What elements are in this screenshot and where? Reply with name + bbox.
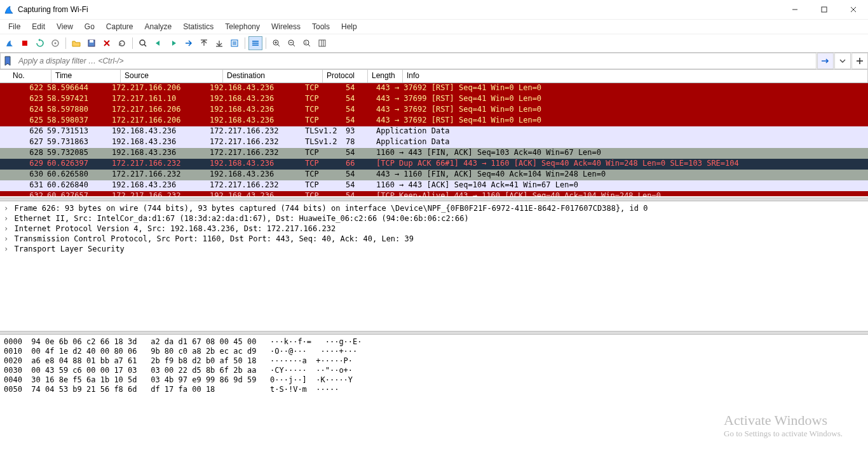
hex-line[interactable]: 0030 00 43 59 c6 00 00 17 03 03 00 22 d5… (4, 366, 864, 375)
cell: 1160 → 443 [FIN, ACK] Seq=103 Ack=40 Win… (376, 148, 868, 159)
minimize-button[interactable] (780, 0, 810, 19)
zoom-reset-icon[interactable]: 1 (300, 36, 314, 50)
toolbar-separator (245, 37, 245, 49)
filter-history-icon[interactable] (834, 53, 851, 69)
svg-rect-1 (822, 7, 827, 12)
hex-line[interactable]: 0010 00 4f 1e d2 40 00 80 06 9b 80 c0 a8… (4, 347, 864, 356)
packet-row[interactable]: 62358.597421172.217.161.10192.168.43.236… (0, 94, 868, 105)
cell: 624 (9, 105, 47, 116)
packet-bytes-pane[interactable]: 0000 94 0e 6b 06 c2 66 18 3d a2 da d1 67… (0, 335, 868, 449)
column-header[interactable]: Info (403, 70, 868, 83)
find-packet-icon[interactable] (136, 36, 150, 50)
go-first-icon[interactable] (197, 36, 211, 50)
cell: 626 (9, 126, 47, 137)
zoom-in-icon[interactable] (269, 36, 283, 50)
cell: 192.168.43.236 (210, 116, 305, 126)
cell: 443 → 37699 [RST] Seq=41 Win=0 Len=0 (376, 94, 868, 105)
menu-telephony[interactable]: Telephony (219, 20, 266, 33)
close-button[interactable] (839, 0, 868, 19)
packet-row[interactable]: 63160.626840192.168.43.236172.217.166.23… (0, 180, 868, 191)
bookmark-filter-icon[interactable] (0, 53, 15, 69)
column-header[interactable]: No. (9, 70, 51, 83)
filter-add-button[interactable] (851, 53, 868, 69)
menu-statistics[interactable]: Statistics (177, 20, 219, 33)
menu-view[interactable]: View (51, 20, 79, 33)
cell: 60.626397 (47, 159, 112, 170)
cell: 93 (346, 126, 376, 137)
details-tree-item[interactable]: Transport Layer Security (4, 245, 864, 255)
menu-wireless[interactable]: Wireless (266, 20, 306, 33)
details-tree-item[interactable]: Internet Protocol Version 4, Src: 192.16… (4, 224, 864, 234)
column-header[interactable]: Time (51, 70, 121, 83)
cell: 59.731863 (47, 137, 112, 148)
go-forward-icon[interactable] (166, 36, 180, 50)
packet-row[interactable]: 63060.626580172.217.166.232192.168.43.23… (0, 170, 868, 180)
stop-capture-icon[interactable] (18, 36, 32, 50)
packet-row[interactable]: 62859.732085192.168.43.236172.217.166.23… (0, 148, 868, 159)
resize-columns-icon[interactable] (315, 36, 329, 50)
close-file-icon[interactable] (100, 36, 114, 50)
menu-tools[interactable]: Tools (306, 20, 336, 33)
details-tree-item[interactable]: Frame 626: 93 bytes on wire (744 bits), … (4, 204, 864, 214)
packet-row[interactable]: 62258.596644172.217.166.206192.168.43.23… (0, 83, 868, 94)
cell: 443 → 1160 [FIN, ACK] Seq=40 Ack=104 Win… (376, 170, 868, 180)
menu-analyze[interactable]: Analyze (139, 20, 178, 33)
hex-line[interactable]: 0050 74 04 53 b9 21 56 f8 6d df 17 fa 00… (4, 385, 864, 394)
menu-edit[interactable]: Edit (26, 20, 51, 33)
menu-file[interactable]: File (3, 20, 26, 33)
hex-line[interactable]: 0020 a6 e8 04 88 01 bb a7 61 2b f9 b8 d2… (4, 356, 864, 366)
colorize-icon[interactable] (248, 36, 262, 50)
column-header[interactable]: Protocol (323, 70, 368, 83)
display-filter-input[interactable] (15, 53, 817, 69)
svg-text:1: 1 (305, 41, 308, 44)
packet-row[interactable]: 62659.731513192.168.43.236172.217.166.23… (0, 126, 868, 137)
details-tree-item[interactable]: Transmission Control Protocol, Src Port:… (4, 234, 864, 245)
packet-row[interactable]: 62558.598037172.217.166.206192.168.43.23… (0, 116, 868, 126)
shark-fin-icon[interactable] (3, 36, 17, 50)
hex-line[interactable]: 0000 94 0e 6b 06 c2 66 18 3d a2 da d1 67… (4, 337, 864, 347)
svg-rect-4 (22, 41, 27, 46)
cell: 60.627657 (47, 191, 112, 196)
open-file-icon[interactable] (69, 36, 83, 50)
cell: 628 (9, 148, 47, 159)
packet-row[interactable]: 62759.731863192.168.43.236172.217.166.23… (0, 137, 868, 148)
save-file-icon[interactable] (85, 36, 98, 50)
packet-list[interactable]: 62258.596644172.217.166.206192.168.43.23… (0, 83, 868, 198)
zoom-out-icon[interactable] (285, 36, 299, 50)
go-to-packet-icon[interactable] (182, 36, 196, 50)
cell: 58.597421 (47, 94, 112, 105)
go-last-icon[interactable] (212, 36, 226, 50)
column-header[interactable]: Destination (223, 70, 323, 83)
hex-line[interactable]: 0040 30 16 8e f5 6a 1b 10 5d 03 4b 97 e9… (4, 375, 864, 385)
cell: 192.168.43.236 (210, 94, 305, 105)
cell: 54 (346, 191, 376, 196)
menu-go[interactable]: Go (79, 20, 100, 33)
packet-row[interactable]: 63260.627657172.217.166.232192.168.43.23… (0, 191, 868, 196)
menu-help[interactable]: Help (336, 20, 363, 33)
packet-list-header[interactable]: No.TimeSourceDestinationProtocolLengthIn… (0, 70, 868, 83)
cell: 443 → 37692 [RST] Seq=41 Win=0 Len=0 (376, 83, 868, 94)
restart-capture-icon[interactable] (33, 36, 47, 50)
cell: 60.626580 (47, 170, 112, 180)
cell: TCP (305, 148, 346, 159)
packet-details-pane[interactable]: Frame 626: 93 bytes on wire (744 bits), … (0, 201, 868, 331)
maximize-button[interactable] (810, 0, 839, 19)
menu-capture[interactable]: Capture (100, 20, 139, 33)
packet-row[interactable]: 62458.597880172.217.166.206192.168.43.23… (0, 105, 868, 116)
cell: 54 (346, 180, 376, 191)
details-tree-item[interactable]: Ethernet II, Src: IntelCor_da:d1:67 (18:… (4, 214, 864, 224)
column-header[interactable]: Length (368, 70, 403, 83)
auto-scroll-icon[interactable] (227, 36, 241, 50)
cell: 1160 → 443 [ACK] Seq=104 Ack=41 Win=67 L… (376, 180, 868, 191)
packet-row[interactable]: 62960.626397172.217.166.232192.168.43.23… (0, 159, 868, 170)
cell: 172.217.166.232 (210, 180, 305, 191)
app-icon (4, 4, 14, 15)
column-header[interactable]: Source (121, 70, 223, 83)
go-back-icon[interactable] (151, 36, 165, 50)
cell: Application Data (376, 137, 868, 148)
filter-apply-button[interactable] (817, 53, 834, 69)
capture-options-icon[interactable] (48, 36, 62, 50)
reload-icon[interactable] (115, 36, 129, 50)
cell: 58.597880 (47, 105, 112, 116)
cell: 631 (9, 180, 47, 191)
